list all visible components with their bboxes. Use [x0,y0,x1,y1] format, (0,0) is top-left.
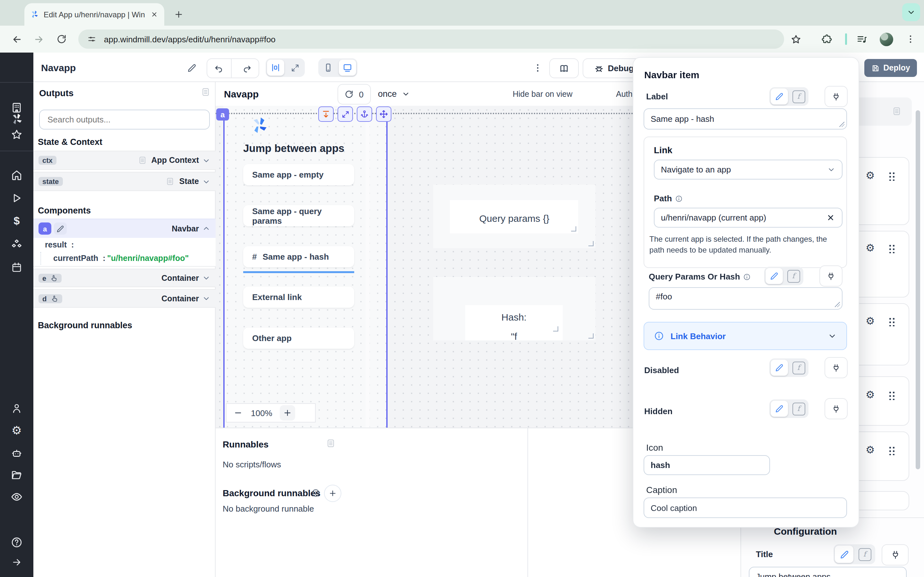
container-d-badge[interactable]: d [39,294,62,303]
label-connect-plug-button[interactable] [825,86,848,107]
drag-handle-icon[interactable] [888,445,895,455]
navbar-component-badge[interactable]: a [39,222,51,235]
state-badge[interactable]: state [39,177,63,186]
state-doc-icon[interactable] [166,177,175,186]
outer-resize-mark[interactable] [588,334,594,338]
sidebar-item-audit[interactable] [11,491,23,503]
outer-resize-mark[interactable] [588,241,594,246]
currentpath-value[interactable]: "u/henri/navapp#foo" [107,254,189,263]
background-info-icon[interactable] [310,488,320,498]
nav-item-query-params[interactable]: Same app - query params [243,205,354,226]
state-chevron-down-icon[interactable] [202,177,210,185]
container-e-chevron-icon[interactable] [202,274,210,282]
caption-input[interactable]: Cool caption [644,498,847,518]
static-pencil-button[interactable] [771,359,788,376]
title-setting-input[interactable]: Jump between apps [749,567,907,577]
path-info-icon[interactable] [675,195,683,202]
back-icon[interactable] [10,33,23,45]
centered-layout-button[interactable] [267,60,284,76]
sidebar-item-users[interactable] [11,403,23,414]
gear-icon[interactable]: ⚙ [866,171,875,181]
container-d-row[interactable]: d Container [33,289,216,308]
gear-icon[interactable]: ⚙ [866,316,875,326]
tab-search-chevron[interactable] [902,3,920,21]
resize-corner[interactable] [839,122,845,127]
navbar-component-row[interactable]: a Navbar [33,219,216,238]
selected-component-badge[interactable]: a [216,108,229,121]
component-pencil-icon[interactable] [54,222,67,235]
anchor-tool[interactable] [357,106,372,122]
ctx-row[interactable]: ctx App Context [33,151,216,170]
search-outputs-input[interactable] [39,110,210,129]
ctx-badge[interactable]: ctx [39,156,57,165]
new-tab-button[interactable] [171,6,186,22]
qph-info-icon[interactable] [743,273,751,280]
nav-item-same-app-hash[interactable]: # Same app - hash [243,246,354,268]
qph-input[interactable]: #foo [649,287,843,309]
state-row[interactable]: state State [33,172,216,191]
sidebar-item-workspace[interactable] [11,102,23,114]
expand-down-tool[interactable] [318,106,334,122]
refresh-count-button[interactable]: 0 [338,84,371,105]
tab-close-icon[interactable] [149,9,159,19]
query-params-component[interactable]: Query params {} [433,185,596,248]
undo-icon[interactable] [207,59,231,77]
sidebar-item-favorites[interactable] [11,129,23,141]
mobile-view-button[interactable] [320,60,337,76]
link-type-select[interactable]: Navigate to an app [654,160,843,179]
address-bar[interactable]: app.windmill.dev/apps/edit/u/henri/navap… [78,29,784,49]
nav-item-same-app-empty[interactable]: Same app - empty [243,164,354,185]
browser-menu-icon[interactable] [904,33,917,45]
nav-item-other-app[interactable]: Other app [243,327,354,349]
title-connect-plug-button[interactable] [882,544,909,566]
editor-menu-kebab-icon[interactable] [531,61,544,74]
static-pencil-button[interactable] [771,89,788,105]
fx-button[interactable]: f [790,359,807,376]
forward-icon[interactable] [32,33,45,45]
nav-item-external-link[interactable]: External link [243,287,354,308]
refresh-mode-select[interactable]: once [378,84,410,103]
sidebar-item-resources[interactable] [11,238,23,250]
sidebar-item-folders[interactable] [11,469,23,481]
site-settings-icon[interactable] [86,33,97,45]
result-key[interactable]: result : [45,240,74,250]
ctx-doc-icon[interactable] [137,156,147,165]
windmill-logo[interactable] [10,112,24,126]
gear-icon[interactable]: ⚙ [866,445,875,455]
path-input[interactable]: u/henri/navapp (current app) [654,208,843,227]
inner-resize-mark[interactable] [553,326,558,332]
gear-icon[interactable]: ⚙ [866,243,875,253]
browser-tab[interactable]: Edit App u/henri/navapp | Win [24,3,164,26]
fx-button[interactable]: f [790,401,807,417]
disabled-connect-plug-button[interactable] [825,357,848,378]
hash-component[interactable]: Hash: "f [433,277,596,340]
ctx-chevron-down-icon[interactable] [202,156,210,164]
container-d-chevron-icon[interactable] [202,294,210,303]
navbar-chevron-up-icon[interactable] [202,224,210,233]
sidebar-item-settings[interactable]: ⚙ [11,424,22,438]
drag-handle-icon[interactable] [888,171,895,181]
container-e-badge[interactable]: e [39,274,61,282]
drag-handle-icon[interactable] [888,390,895,400]
settings-scrollbar[interactable] [916,110,920,469]
deploy-button[interactable]: Deploy [864,59,917,77]
container-e-row[interactable]: e Container [33,269,216,287]
static-pencil-button[interactable] [835,546,853,563]
gear-icon[interactable]: ⚙ [866,390,875,400]
docs-button[interactable] [549,58,579,78]
url-text[interactable]: app.windmill.dev/apps/edit/u/henri/navap… [104,34,276,44]
static-pencil-button[interactable] [771,401,788,417]
static-pencil-button[interactable] [766,268,783,284]
fullscreen-tool[interactable] [338,106,353,122]
sidebar-item-home[interactable] [11,169,23,181]
icon-input[interactable]: hash [644,455,770,475]
zoom-in-icon[interactable] [280,405,296,421]
rename-pencil-icon[interactable] [186,62,198,74]
runnables-doc-icon[interactable] [326,438,336,448]
settings-doc-icon[interactable] [892,106,901,116]
inner-resize-mark[interactable] [571,226,576,231]
sidebar-help-icon[interactable] [11,536,23,548]
profile-avatar[interactable] [880,33,893,46]
sidebar-item-variables[interactable]: $ [14,215,20,227]
clear-path-icon[interactable] [825,213,835,223]
